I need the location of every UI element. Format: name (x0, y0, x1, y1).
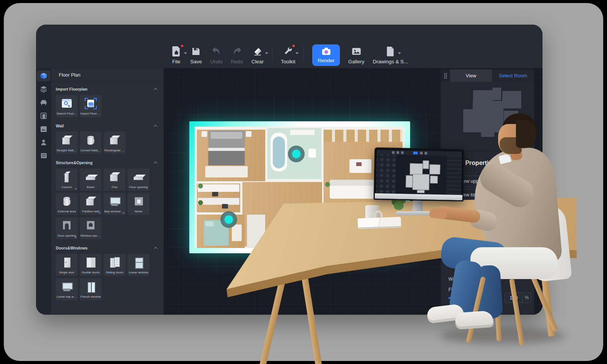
content-area: Floor Plan Import Floorplan Search Floor… (36, 68, 543, 315)
tile-flue[interactable]: Flue (104, 168, 126, 191)
section-structure-opening[interactable]: Structure&Opening (51, 158, 164, 168)
camera-marker[interactable] (292, 150, 300, 158)
curved-wall-icon (85, 135, 97, 146)
search-floorplan-icon (61, 98, 73, 109)
floorplan-render[interactable] (189, 121, 410, 253)
tile-external-area[interactable]: External area (56, 193, 78, 215)
tile-floor-opening[interactable]: Floor opening (127, 168, 149, 191)
clear-caret-icon[interactable] (265, 52, 268, 54)
tile-single-door[interactable]: Single door (56, 254, 78, 276)
picture-icon (351, 46, 362, 57)
undo-button[interactable]: Undo (210, 46, 222, 64)
beam-icon (85, 171, 97, 183)
linear-bay-window-icon (61, 281, 73, 292)
section-doors-windows[interactable]: Doors&Windows (51, 243, 164, 253)
tile-bay-window-sill[interactable]: Bay window sill (104, 193, 126, 215)
slider-thumb[interactable] (493, 295, 499, 301)
toolkit-badge (292, 44, 296, 48)
section-wall[interactable]: Wall (51, 121, 164, 131)
tile-door-opening[interactable]: Door opening (56, 217, 78, 239)
file-icon (171, 46, 182, 57)
partition-wall-icon (85, 196, 97, 207)
render-button[interactable]: Render (312, 44, 340, 66)
slider-fill (448, 297, 496, 299)
tile-linear-window[interactable]: Linear window (127, 254, 149, 276)
floorplan-interior (195, 127, 405, 248)
toolkit-label: Toolkit (281, 59, 295, 64)
save-label: Save (190, 59, 202, 64)
toolkit-button[interactable]: Toolkit (281, 46, 295, 64)
clear-label: Clear (252, 59, 264, 64)
chevron-up-icon[interactable] (154, 161, 157, 165)
opacity-value: 100 (505, 295, 522, 301)
toolbar: File Save Undo Redo (36, 25, 543, 68)
screenshot-stage: File Save Undo Redo (0, 0, 607, 364)
render-label: Render (318, 58, 334, 63)
chevron-up-icon[interactable] (154, 88, 157, 91)
rail-floor-plan-tool[interactable] (37, 71, 50, 81)
rail-person-tool[interactable] (37, 137, 50, 147)
floor-add-icon (452, 193, 457, 197)
tile-rectangular-wall[interactable]: Rectangular Wal... (104, 132, 126, 154)
tile-search-floor-plan[interactable]: Search Floor Plan (56, 95, 78, 117)
floor-plan-opacity-slider[interactable] (448, 297, 498, 299)
flue-icon (109, 171, 121, 183)
rail-door-tool[interactable] (37, 110, 50, 121)
tile-straight-wall[interactable]: Straight Wall(B) (56, 132, 78, 154)
gallery-button[interactable]: Gallery (348, 46, 365, 64)
drawings-button[interactable]: Drawings & S... (373, 46, 408, 64)
drag-handle[interactable] (441, 69, 450, 82)
tab-select-room[interactable]: Select Room (492, 69, 534, 82)
new-upper-floor-button[interactable]: New upper floor (448, 176, 525, 187)
tile-curved-wall[interactable]: Curved Wall(H) (80, 132, 102, 154)
rail-home-image-tool[interactable] (37, 124, 50, 134)
tile-partition-wall[interactable]: Partition wall (80, 193, 102, 215)
straight-wall-icon (61, 135, 73, 146)
section-import-floorplan[interactable]: Import Floorplan (51, 84, 164, 94)
tile-window-opening[interactable]: Window opening (80, 217, 102, 239)
niche-icon (132, 196, 145, 207)
panel-title: Floor Plan (51, 68, 164, 82)
tile-french-window[interactable]: French window (80, 278, 102, 300)
tile-import-floorplan[interactable]: Import Floorplan (80, 95, 102, 117)
floorplan-minimap[interactable] (441, 82, 534, 151)
tile-beam[interactable]: Beam (80, 168, 102, 191)
floor-properties-title: Floor Properties (448, 160, 495, 166)
opacity-value-box[interactable]: 100 % (505, 292, 531, 303)
tile-niche[interactable]: Niche (127, 193, 149, 215)
new-lower-floor-button[interactable]: New lower floor (448, 189, 525, 201)
tile-linear-bay-window[interactable]: Linear bay win... (56, 278, 78, 300)
clear-button[interactable]: Clear (252, 46, 264, 64)
structure-opening-tiles: Column Beam Flue Floor opening (51, 168, 164, 241)
save-button[interactable]: Save (190, 46, 202, 64)
redo-label: Redo (231, 59, 243, 64)
tab-view[interactable]: View (450, 69, 492, 82)
file-button[interactable]: File (171, 46, 182, 64)
external-area-icon (61, 196, 73, 207)
chevron-up-icon[interactable] (154, 124, 157, 128)
tile-sliding-doors[interactable]: Sliding doors (104, 254, 126, 276)
right-panel: View Select Room Floor Properties New u (441, 69, 534, 315)
door-opening-icon (61, 220, 73, 231)
file-label: File (172, 59, 181, 64)
toolkit-caret-icon[interactable] (296, 52, 299, 54)
drawings-caret-icon[interactable] (398, 52, 401, 54)
camera-marker[interactable] (225, 215, 233, 224)
undo-icon (211, 46, 222, 57)
rail-layers-tool[interactable] (37, 84, 50, 94)
redo-icon (231, 46, 243, 57)
tile-column[interactable]: Column (56, 168, 78, 191)
sofa-icon (40, 99, 47, 105)
person-icon (41, 139, 47, 146)
redo-button[interactable]: Redo (231, 46, 243, 64)
file-caret-icon[interactable] (184, 52, 187, 54)
rail-furniture-tool[interactable] (37, 97, 50, 108)
camera-icon (321, 47, 331, 56)
cabinet-icon (41, 153, 47, 158)
door-icon (41, 113, 47, 119)
small-bathroom (247, 215, 265, 248)
tile-double-doors[interactable]: Double doors (80, 254, 102, 276)
rail-cabinet-tool[interactable] (37, 150, 50, 161)
doors-windows-tiles: Single door Double doors Sliding doors L… (51, 253, 164, 302)
chevron-up-icon[interactable] (154, 246, 157, 250)
